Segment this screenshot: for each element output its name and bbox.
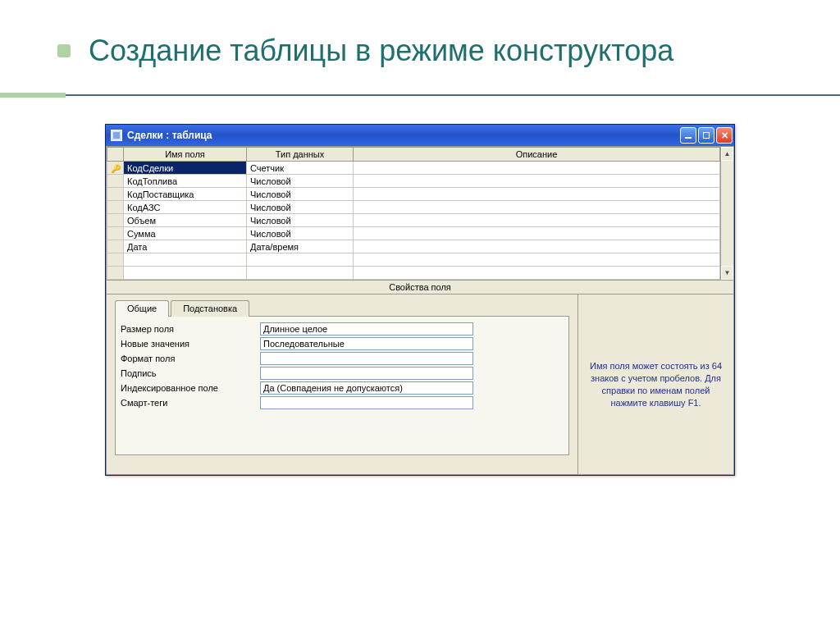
property-value[interactable]: Последовательные [260, 337, 473, 350]
description-cell[interactable] [354, 162, 720, 175]
properties-header: Свойства поля [106, 281, 734, 294]
data-type-cell[interactable]: Дата/время [247, 240, 354, 253]
access-window: Сделки : таблица ✕ Имя поля Тип данных О… [105, 124, 735, 476]
property-value[interactable] [260, 396, 473, 409]
row-selector[interactable] [107, 201, 124, 214]
field-name-cell[interactable]: КодТоплива [124, 175, 247, 188]
table-row[interactable]: КодТопливаЧисловой [107, 175, 720, 188]
data-type-cell[interactable]: Числовой [247, 214, 354, 227]
property-label: Подпись [121, 368, 260, 378]
heading-rule-accent [0, 93, 66, 98]
help-panel: Имя поля может состоять из 64 знаков с у… [578, 294, 733, 474]
field-name-cell[interactable]: Объем [124, 214, 247, 227]
maximize-button[interactable] [698, 127, 714, 144]
tab-lookup[interactable]: Подстановка [171, 300, 249, 317]
row-selector[interactable] [107, 253, 124, 267]
property-row: Индексированное полеДа (Совпадения не до… [121, 381, 564, 395]
header-selector[interactable] [107, 148, 124, 162]
table-icon [111, 130, 122, 141]
vertical-scrollbar[interactable]: ▲ ▼ [720, 146, 734, 281]
table-row[interactable]: КодПоставщикаЧисловой [107, 188, 720, 201]
description-cell[interactable] [354, 240, 720, 253]
data-type-cell[interactable]: Счетчик [247, 162, 354, 175]
property-row: Формат поля [121, 351, 564, 366]
tab-general[interactable]: Общие [115, 300, 169, 317]
description-cell[interactable] [354, 253, 720, 267]
field-name-cell[interactable] [124, 267, 247, 280]
property-label: Формат поля [121, 354, 260, 363]
property-value[interactable] [260, 367, 473, 380]
data-type-cell[interactable] [247, 267, 354, 280]
slide: Создание таблицы в режиме конструктора С… [0, 0, 840, 630]
header-name[interactable]: Имя поля [124, 148, 247, 162]
description-cell[interactable] [354, 201, 720, 214]
property-label: Смарт-теги [121, 398, 260, 408]
slide-title: Создание таблицы в режиме конструктора [89, 33, 791, 68]
row-selector[interactable] [107, 267, 124, 280]
field-grid[interactable]: Имя поля Тип данных Описание 🔑КодСделкиС… [106, 146, 720, 281]
heading-area: Создание таблицы в режиме конструктора [49, 33, 791, 68]
table-row[interactable]: КодАЗСЧисловой [107, 201, 720, 214]
field-name-cell[interactable]: Дата [124, 240, 247, 253]
lower-pane: Общие Подстановка Размер поляДлинное цел… [106, 294, 734, 475]
description-cell[interactable] [354, 175, 720, 188]
properties-panel: Общие Подстановка Размер поляДлинное цел… [107, 294, 578, 474]
field-name-cell[interactable]: Сумма [124, 227, 247, 240]
property-value[interactable]: Длинное целое [260, 322, 473, 336]
table-row[interactable]: ОбъемЧисловой [107, 214, 720, 227]
property-value[interactable] [260, 352, 473, 365]
titlebar[interactable]: Сделки : таблица ✕ [106, 125, 734, 146]
help-text: Имя поля может состоять из 64 знаков с у… [587, 360, 725, 409]
property-label: Индексированное поле [121, 383, 260, 393]
close-button[interactable]: ✕ [716, 127, 733, 144]
window-title: Сделки : таблица [127, 130, 680, 141]
property-label: Размер поля [121, 324, 260, 334]
properties-body: Размер поляДлинное целоеНовые значенияПо… [115, 316, 569, 455]
data-type-cell[interactable]: Числовой [247, 201, 354, 214]
description-cell[interactable] [354, 267, 720, 280]
row-selector[interactable] [107, 175, 124, 188]
data-type-cell[interactable]: Числовой [247, 188, 354, 201]
property-row: Подпись [121, 366, 564, 381]
table-row[interactable]: СуммаЧисловой [107, 227, 720, 240]
window-buttons: ✕ [680, 127, 733, 144]
scroll-down-button[interactable]: ▼ [721, 266, 733, 280]
row-selector[interactable] [107, 214, 124, 227]
table-row[interactable]: 🔑КодСделкиСчетчик [107, 162, 720, 175]
field-name-cell[interactable]: КодПоставщика [124, 188, 247, 201]
property-row: Новые значенияПоследовательные [121, 336, 564, 351]
table-row[interactable] [107, 267, 720, 280]
scroll-up-button[interactable]: ▲ [721, 147, 733, 161]
minimize-button[interactable] [680, 127, 696, 144]
data-type-cell[interactable] [247, 253, 354, 267]
property-label: Новые значения [121, 339, 260, 349]
field-name-cell[interactable] [124, 253, 247, 267]
field-grid-area: Имя поля Тип данных Описание 🔑КодСделкиС… [106, 146, 734, 281]
field-table: Имя поля Тип данных Описание 🔑КодСделкиС… [107, 147, 720, 280]
description-cell[interactable] [354, 188, 720, 201]
header-type[interactable]: Тип данных [247, 148, 354, 162]
property-row: Смарт-теги [121, 395, 564, 410]
header-desc[interactable]: Описание [354, 148, 720, 162]
property-value[interactable]: Да (Совпадения не допускаются) [260, 381, 473, 395]
row-selector[interactable] [107, 188, 124, 201]
description-cell[interactable] [354, 214, 720, 227]
primary-key-icon: 🔑 [111, 164, 121, 173]
row-selector[interactable]: 🔑 [107, 162, 124, 175]
property-tabs: Общие Подстановка [115, 300, 569, 317]
data-type-cell[interactable]: Числовой [247, 227, 354, 240]
table-row[interactable] [107, 253, 720, 267]
row-selector[interactable] [107, 240, 124, 253]
data-type-cell[interactable]: Числовой [247, 175, 354, 188]
description-cell[interactable] [354, 227, 720, 240]
field-name-cell[interactable]: КодСделки [124, 162, 247, 175]
property-row: Размер поляДлинное целое [121, 322, 564, 336]
field-name-cell[interactable]: КодАЗС [124, 201, 247, 214]
heading-rule-line [66, 94, 840, 96]
heading-rule [0, 88, 840, 99]
row-selector[interactable] [107, 227, 124, 240]
table-row[interactable]: ДатаДата/время [107, 240, 720, 253]
heading-bullet-icon [57, 44, 71, 57]
